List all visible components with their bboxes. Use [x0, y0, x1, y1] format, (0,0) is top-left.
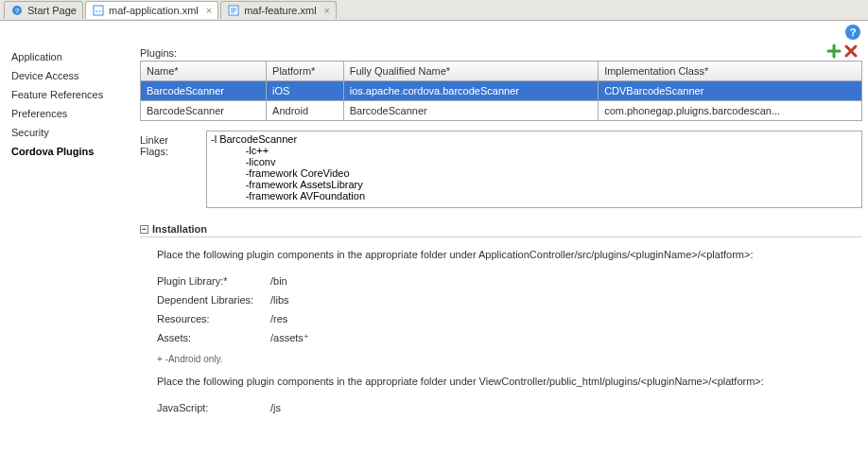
tab-label: Start Page [27, 5, 77, 16]
cell-impl: com.phonegap.pluigns.barcodescan... [599, 101, 862, 121]
sidenav-device-access[interactable]: Device Access [11, 66, 134, 85]
add-plugin-button[interactable] [826, 44, 842, 59]
col-impl[interactable]: Implementation Class* [599, 61, 862, 81]
collapse-icon[interactable]: − [140, 225, 148, 234]
tab-maf-application[interactable]: <> maf-application.xml × [85, 1, 218, 19]
col-fqn[interactable]: Fully Qualified Name* [343, 61, 598, 81]
tab-start-page[interactable]: ? Start Page [4, 1, 83, 19]
install-label: Assets: [157, 332, 270, 344]
close-icon[interactable]: × [324, 5, 330, 16]
linker-flags-label: Linker Flags: [140, 131, 197, 208]
install-value: /libs [270, 294, 289, 306]
sidenav-preferences[interactable]: Preferences [11, 104, 134, 123]
svg-text:?: ? [15, 7, 20, 15]
tab-label: maf-feature.xml [244, 5, 316, 16]
cell-impl: CDVBarcodeScanner [599, 81, 862, 101]
install-label: Dependent Libraries: [157, 294, 270, 306]
cell-name: BarcodeScanner [141, 81, 267, 101]
cell-fqn: ios.apache.cordova.barcodeScanner [343, 81, 598, 101]
xml-feat-icon [227, 4, 240, 17]
cell-platform: iOS [267, 81, 344, 101]
question-icon: ? [10, 4, 24, 17]
plugins-table[interactable]: Name* Platform* Fully Qualified Name* Im… [140, 61, 862, 121]
linker-flags-textarea[interactable] [206, 131, 862, 208]
installation-intro-2: Place the following plugin components in… [157, 376, 862, 387]
sidenav-application[interactable]: Application [11, 47, 134, 66]
col-platform[interactable]: Platform* [267, 61, 344, 81]
close-icon[interactable]: × [206, 5, 212, 16]
install-value: /bin [270, 275, 287, 287]
sidenav-security[interactable]: Security [11, 123, 134, 142]
install-label: Plugin Library:* [157, 275, 270, 287]
svg-text:<>: <> [95, 9, 102, 14]
plugins-label: Plugins: [140, 47, 177, 59]
sidenav-feature-references[interactable]: Feature References [11, 85, 134, 104]
installation-intro-1: Place the following plugin components in… [157, 249, 862, 260]
installation-header-text: Installation [152, 223, 207, 235]
help-icon[interactable]: ? [845, 25, 860, 40]
help-bar: ? [0, 21, 868, 44]
install-value: /assets⁺ [270, 332, 309, 344]
xml-app-icon: <> [92, 4, 105, 17]
cell-platform: Android [267, 101, 344, 121]
col-name[interactable]: Name* [141, 61, 267, 81]
table-row[interactable]: BarcodeScanner Android BarcodeScanner co… [141, 101, 862, 121]
installation-footnote: + -Android only. [157, 354, 862, 364]
cell-fqn: BarcodeScanner [343, 101, 598, 121]
remove-plugin-button[interactable] [843, 44, 859, 59]
tab-maf-feature[interactable]: maf-feature.xml × [220, 1, 337, 19]
tab-strip: ? Start Page <> maf-application.xml × ma… [0, 0, 868, 21]
table-row[interactable]: BarcodeScanner iOS ios.apache.cordova.ba… [141, 81, 862, 101]
cell-name: BarcodeScanner [141, 101, 267, 121]
sidenav-cordova-plugins[interactable]: Cordova Plugins [11, 142, 134, 161]
install-value: /js [270, 402, 281, 413]
install-label: JavaScript: [157, 402, 270, 413]
install-value: /res [270, 313, 287, 324]
install-label: Resources: [157, 313, 270, 324]
tab-label: maf-application.xml [109, 5, 199, 16]
content-panel: Plugins: Name* Platform* Fully Qualified… [134, 44, 862, 417]
installation-section-header[interactable]: − Installation [140, 223, 862, 237]
side-nav: Application Device Access Feature Refere… [11, 44, 134, 417]
